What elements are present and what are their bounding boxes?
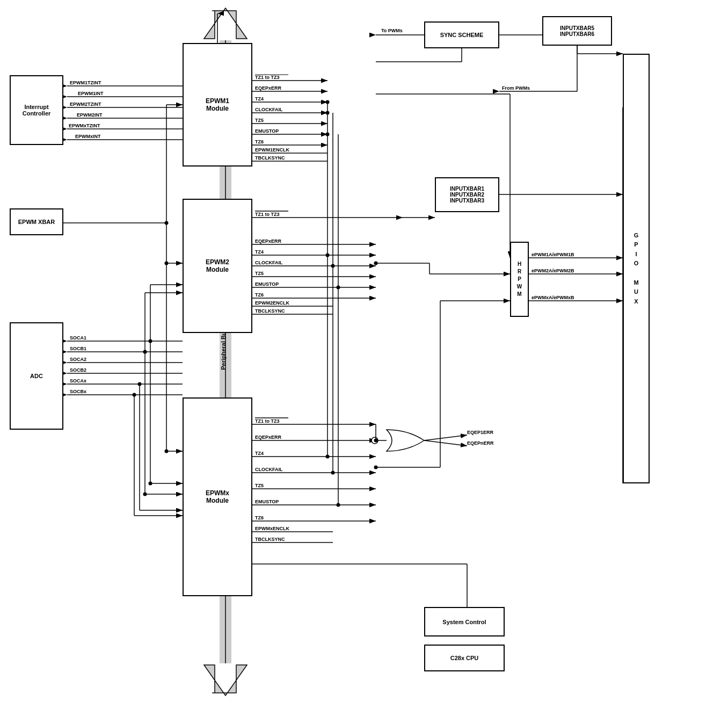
- inputxbar123-box: INPUTXBAR1 INPUTXBAR2 INPUTXBAR3: [435, 177, 499, 212]
- svg-text:EPWM2TZINT: EPWM2TZINT: [70, 102, 101, 107]
- svg-point-142: [326, 455, 330, 459]
- svg-text:EPWM2INT: EPWM2INT: [77, 112, 103, 118]
- svg-text:EPWM1ENCLK: EPWM1ENCLK: [255, 147, 290, 153]
- c28x-cpu-box: C28x CPU: [424, 645, 505, 671]
- svg-point-127: [374, 466, 378, 469]
- inputxbar56-box: INPUTXBAR5 INPUTXBAR6: [542, 16, 612, 46]
- sync-scheme-box: SYNC SCHEME: [424, 21, 499, 48]
- svg-line-132: [424, 435, 467, 440]
- epwm-xbar-box: EPWM XBAR: [10, 208, 63, 235]
- svg-text:ePWM1A/ePWM1B: ePWM1A/ePWM1B: [532, 252, 574, 257]
- svg-text:TZ5: TZ5: [255, 271, 264, 276]
- gpio-mux-box: G P I O M U X: [623, 54, 650, 483]
- svg-text:EQEP1ERR: EQEP1ERR: [467, 430, 494, 435]
- svg-point-146: [331, 471, 335, 475]
- svg-text:TZ1 to TZ3: TZ1 to TZ3: [255, 212, 280, 217]
- svg-text:TZ6: TZ6: [255, 292, 264, 298]
- interrupt-controller-box: Interrupt Controller: [10, 75, 63, 145]
- svg-text:TBCLKSYNC: TBCLKSYNC: [255, 308, 285, 314]
- svg-text:SOCBx: SOCBx: [70, 389, 86, 394]
- svg-text:EQEPxERR: EQEPxERR: [255, 85, 282, 91]
- adc-box: ADC: [10, 322, 63, 430]
- svg-text:EPWMxTZINT: EPWMxTZINT: [69, 123, 100, 128]
- inputxbar123-label: INPUTXBAR1 INPUTXBAR2 INPUTXBAR3: [450, 186, 484, 204]
- diagram-container: Peripheral Bus EPWM1TZINT EPWM1INT EPWM2…: [0, 0, 728, 709]
- svg-point-150: [337, 503, 340, 507]
- svg-text:To PWMs: To PWMs: [381, 28, 403, 33]
- svg-text:TZ6: TZ6: [255, 139, 264, 144]
- svg-text:ePWMxA/ePWMxB: ePWMxA/ePWMxB: [532, 295, 574, 300]
- svg-point-159: [149, 482, 152, 486]
- gpio-mux-label: G P I O M U X: [634, 231, 638, 307]
- svg-point-100: [165, 450, 169, 453]
- svg-text:TZ4: TZ4: [255, 249, 264, 255]
- c28x-cpu-label: C28x CPU: [450, 655, 479, 661]
- svg-line-134: [424, 440, 467, 446]
- sync-scheme-label: SYNC SCHEME: [440, 32, 484, 38]
- svg-text:Peripheral Bus: Peripheral Bus: [220, 328, 227, 370]
- svg-text:SOCB2: SOCB2: [70, 367, 86, 373]
- svg-text:EMUSTOP: EMUSTOP: [255, 499, 279, 504]
- svg-text:CLOCKFAIL: CLOCKFAIL: [255, 467, 283, 472]
- svg-text:SOCA1: SOCA1: [70, 335, 86, 341]
- interrupt-controller-label: Interrupt Controller: [23, 104, 51, 117]
- epwm1-module-box: EPWM1 Module: [183, 43, 252, 167]
- inputxbar56-label: INPUTXBAR5 INPUTXBAR6: [560, 25, 594, 37]
- svg-text:SOCA2: SOCA2: [70, 357, 86, 362]
- svg-text:ePWM2A/ePWM2B: ePWM2A/ePWM2B: [532, 268, 574, 273]
- svg-text:TZ1 to TZ3: TZ1 to TZ3: [255, 75, 280, 80]
- svg-text:TZ4: TZ4: [255, 96, 264, 102]
- epwm2-module-box: EPWM2 Module: [183, 199, 252, 333]
- epwm-xbar-label: EPWM XBAR: [18, 219, 55, 225]
- svg-text:EQEPxERR: EQEPxERR: [255, 435, 282, 440]
- hrpwm-box: H R P W M: [510, 242, 529, 317]
- svg-point-123: [374, 262, 378, 265]
- system-control-box: System Control: [424, 607, 505, 636]
- svg-text:CLOCKFAIL: CLOCKFAIL: [255, 107, 283, 112]
- svg-text:EQEPnERR: EQEPnERR: [467, 440, 494, 446]
- epwm2-module-label: EPWM2 Module: [206, 258, 229, 273]
- svg-point-165: [138, 382, 142, 386]
- svg-text:EPWMxINT: EPWMxINT: [75, 134, 101, 139]
- hrpwm-label: H R P W M: [517, 261, 522, 298]
- svg-text:TZ1 to TZ3: TZ1 to TZ3: [255, 418, 280, 424]
- svg-text:EPWM1TZINT: EPWM1TZINT: [70, 80, 101, 85]
- svg-point-168: [133, 393, 136, 397]
- svg-text:TZ5: TZ5: [255, 483, 264, 488]
- svg-text:TZ4: TZ4: [255, 451, 264, 456]
- svg-text:From PWMs: From PWMs: [502, 85, 530, 91]
- svg-text:TZ6: TZ6: [255, 515, 264, 520]
- svg-text:TBCLKSYNC: TBCLKSYNC: [255, 155, 285, 161]
- svg-text:TBCLKSYNC: TBCLKSYNC: [255, 537, 285, 542]
- adc-label: ADC: [30, 373, 43, 379]
- svg-text:EPWM2ENCLK: EPWM2ENCLK: [255, 300, 290, 306]
- epwmx-module-label: EPWMx Module: [206, 489, 229, 504]
- svg-text:EPWMxENCLK: EPWMxENCLK: [255, 526, 290, 531]
- svg-text:SOCB1: SOCB1: [70, 346, 86, 351]
- svg-marker-6: [204, 665, 247, 696]
- svg-point-162: [143, 493, 147, 496]
- svg-text:EMUSTOP: EMUSTOP: [255, 281, 279, 287]
- diagram-svg: Peripheral Bus EPWM1TZINT EPWM1INT EPWM2…: [0, 0, 728, 709]
- svg-text:SOCAx: SOCAx: [70, 378, 86, 384]
- svg-text:CLOCKFAIL: CLOCKFAIL: [255, 260, 283, 265]
- svg-text:EPWM1INT: EPWM1INT: [78, 91, 104, 96]
- svg-text:EMUSTOP: EMUSTOP: [255, 128, 279, 134]
- epwmx-module-box: EPWMx Module: [183, 397, 252, 596]
- svg-text:TZ5: TZ5: [255, 118, 264, 123]
- system-control-label: System Control: [442, 619, 486, 625]
- epwm1-module-label: EPWM1 Module: [206, 97, 229, 112]
- svg-text:EQEPxERR: EQEPxERR: [255, 238, 282, 244]
- svg-marker-5: [204, 8, 247, 39]
